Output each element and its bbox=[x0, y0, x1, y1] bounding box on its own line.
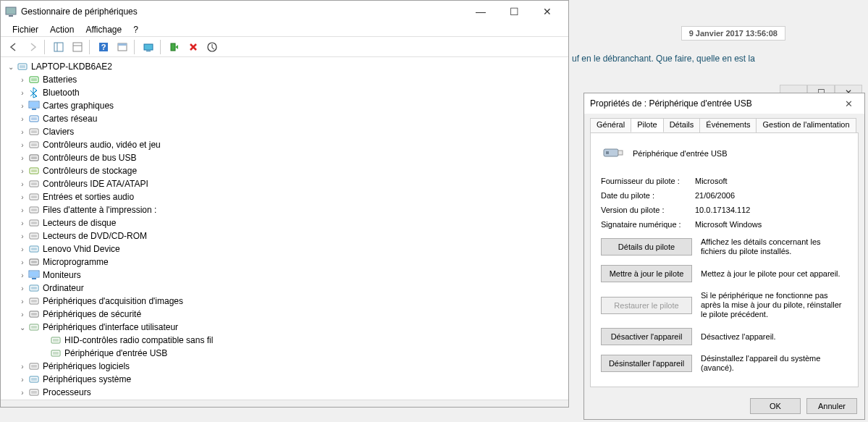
expand-icon[interactable]: › bbox=[18, 75, 27, 84]
svg-rect-57 bbox=[53, 339, 59, 342]
expand-icon[interactable]: › bbox=[18, 127, 27, 136]
tree-node[interactable]: ›Lecteurs de DVD/CD-ROM bbox=[4, 229, 568, 242]
toolbar-icon-4[interactable] bbox=[114, 38, 131, 56]
tree-node[interactable]: ›Processeurs bbox=[4, 386, 568, 399]
expand-icon[interactable]: › bbox=[18, 206, 27, 214]
expand-icon[interactable]: › bbox=[18, 245, 27, 253]
tree-node[interactable]: ›Périphériques de sécurité bbox=[4, 308, 568, 321]
tree-node[interactable]: ›Microprogramme bbox=[4, 256, 568, 269]
tree-node[interactable]: ›Périphériques système bbox=[4, 373, 568, 386]
tree-node[interactable]: ›Lenovo Vhid Device bbox=[4, 242, 568, 256]
forward-button[interactable] bbox=[24, 38, 41, 56]
maximize-button[interactable]: ☐ bbox=[497, 1, 531, 22]
device-tree[interactable]: ⌄LAPTOP-LKDB6AE2›Batteries›Bluetooth›Car… bbox=[1, 57, 568, 400]
tree-node[interactable]: ›Contrôleurs IDE ATA/ATAPI bbox=[4, 177, 568, 190]
tree-node[interactable]: ›Contrôleurs audio, vidéo et jeu bbox=[4, 138, 568, 151]
expand-icon[interactable]: › bbox=[18, 88, 27, 97]
prop-close-button[interactable]: ✕ bbox=[838, 93, 859, 114]
svg-rect-36 bbox=[31, 208, 37, 211]
tree-node[interactable]: ›Périphériques d'acquisition d'images bbox=[4, 295, 568, 308]
expand-icon[interactable]: › bbox=[18, 375, 27, 384]
expand-icon[interactable]: › bbox=[18, 388, 27, 397]
menu-view[interactable]: Affichage bbox=[80, 23, 127, 36]
expand-icon[interactable]: › bbox=[18, 271, 27, 279]
update-driver-button[interactable]: Mettre à jour le pilote bbox=[601, 265, 692, 282]
ok-button[interactable]: OK bbox=[750, 398, 801, 414]
svg-rect-15 bbox=[20, 65, 25, 68]
expand-icon[interactable]: › bbox=[18, 140, 27, 149]
enable-device-button[interactable] bbox=[166, 38, 183, 56]
tree-node[interactable]: ›Ordinateur bbox=[4, 282, 568, 295]
uninstall-device-button[interactable]: Désinstaller l'appareil bbox=[601, 355, 692, 372]
menu-help[interactable]: ? bbox=[127, 23, 144, 36]
tab-general[interactable]: Général bbox=[590, 118, 631, 132]
disable-device-button[interactable]: Désactiver l'appareil bbox=[601, 328, 692, 345]
properties-dialog: Propriétés de : Périphérique d'entrée US… bbox=[583, 93, 865, 420]
tree-node[interactable]: ›Batteries bbox=[4, 73, 568, 86]
menu-action[interactable]: Action bbox=[44, 23, 80, 36]
expand-icon[interactable]: › bbox=[18, 166, 27, 175]
disable-device-button[interactable] bbox=[185, 38, 202, 56]
svg-rect-46 bbox=[30, 271, 38, 277]
dm-titlebar[interactable]: Gestionnaire de périphériques — ☐ ✕ bbox=[1, 1, 568, 22]
svg-rect-65 bbox=[31, 391, 37, 394]
expand-icon[interactable]: › bbox=[18, 114, 27, 123]
expand-icon[interactable]: › bbox=[18, 219, 27, 227]
root-label: LAPTOP-LKDB6AE2 bbox=[31, 62, 112, 72]
tab-events[interactable]: Événements bbox=[699, 118, 757, 132]
tree-node[interactable]: ›Moniteurs bbox=[4, 269, 568, 282]
cancel-button[interactable]: Annuler bbox=[806, 398, 857, 414]
tree-node[interactable]: ›Lecteurs de disque bbox=[4, 216, 568, 229]
prop-titlebar[interactable]: Propriétés de : Périphérique d'entrée US… bbox=[584, 93, 864, 114]
tree-node[interactable]: ›Files d'attente à l'impression : bbox=[4, 203, 568, 216]
tree-child-node[interactable]: HID-contrôles radio compatible sans fil bbox=[4, 334, 568, 347]
properties-button[interactable] bbox=[69, 38, 86, 56]
expand-icon[interactable]: › bbox=[18, 153, 27, 162]
menu-file[interactable]: Fichier bbox=[7, 23, 44, 36]
tree-node[interactable]: ›Claviers bbox=[4, 125, 568, 138]
battery-icon bbox=[28, 74, 40, 85]
uninstall-device-button[interactable] bbox=[203, 38, 221, 56]
device-icon bbox=[28, 243, 40, 255]
tree-node[interactable]: ›Contrôleurs de bus USB bbox=[4, 151, 568, 164]
driver-details-button[interactable]: Détails du pilote bbox=[601, 238, 692, 256]
expand-icon[interactable]: › bbox=[18, 232, 27, 240]
tree-child-node[interactable]: Périphérique d'entrée USB bbox=[4, 347, 568, 360]
tab-driver[interactable]: Pilote bbox=[631, 118, 664, 132]
tree-node[interactable]: ›Cartes réseau bbox=[4, 112, 568, 125]
show-hide-tree-button[interactable] bbox=[50, 38, 67, 56]
collapse-icon[interactable]: ⌄ bbox=[7, 62, 15, 71]
expand-icon[interactable]: › bbox=[18, 362, 27, 371]
svg-rect-61 bbox=[31, 365, 37, 368]
svg-rect-24 bbox=[31, 130, 37, 133]
minimize-button[interactable]: — bbox=[464, 1, 497, 22]
tree-node[interactable]: ›Cartes graphiques bbox=[4, 99, 568, 112]
expand-icon[interactable]: ⌄ bbox=[18, 323, 27, 332]
expand-icon[interactable]: › bbox=[18, 297, 27, 305]
node-label: Lecteurs de DVD/CD-ROM bbox=[43, 231, 147, 241]
tab-power[interactable]: Gestion de l'alimentation bbox=[756, 118, 856, 132]
expand-icon[interactable]: › bbox=[18, 258, 27, 266]
svg-rect-0 bbox=[6, 7, 16, 14]
tree-node[interactable]: ›Périphériques logiciels bbox=[4, 360, 568, 373]
tree-node[interactable]: ⌄Périphériques d'interface utilisateur bbox=[4, 321, 568, 334]
tab-details[interactable]: Détails bbox=[663, 118, 701, 132]
expand-icon[interactable]: › bbox=[18, 284, 27, 292]
expand-icon[interactable]: › bbox=[18, 101, 27, 110]
scan-hardware-button[interactable] bbox=[140, 38, 157, 56]
tree-node[interactable]: ›Entrées et sorties audio bbox=[4, 190, 568, 203]
help-button[interactable]: ? bbox=[95, 38, 112, 56]
back-button[interactable] bbox=[5, 38, 22, 56]
close-button[interactable]: ✕ bbox=[531, 1, 564, 22]
tree-node[interactable]: ›Bluetooth bbox=[4, 86, 568, 99]
svg-rect-42 bbox=[31, 248, 37, 250]
expand-icon[interactable]: › bbox=[18, 193, 27, 201]
printer-icon bbox=[28, 204, 40, 216]
svg-rect-26 bbox=[31, 143, 37, 146]
tree-node[interactable]: ›Contrôleurs de stockage bbox=[4, 164, 568, 177]
node-label: Cartes réseau bbox=[43, 114, 97, 124]
expand-icon[interactable]: › bbox=[18, 310, 27, 318]
tree-root[interactable]: ⌄LAPTOP-LKDB6AE2 bbox=[4, 60, 568, 73]
firmware-icon bbox=[28, 256, 40, 268]
expand-icon[interactable]: › bbox=[18, 180, 27, 188]
